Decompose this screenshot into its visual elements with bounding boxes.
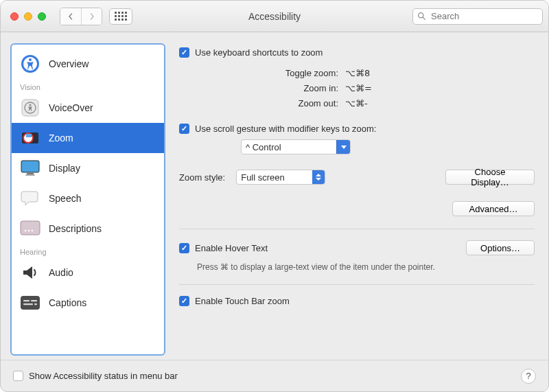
shortcut-list: Toggle zoom:⌥⌘8 Zoom in:⌥⌘= Zoom out:⌥⌘-: [179, 66, 535, 111]
search-field[interactable]: [412, 8, 543, 25]
modifier-key-popup[interactable]: ^ Control: [241, 139, 351, 154]
svg-line-1: [423, 17, 425, 19]
overview-icon: [20, 54, 40, 74]
touchbar-zoom-label: Enable Touch Bar zoom: [195, 296, 290, 306]
hover-hint: Press ⌘ to display a large-text view of …: [197, 262, 535, 272]
grid-icon: [115, 12, 127, 21]
svg-rect-16: [21, 221, 40, 235]
zoom-icon: [20, 128, 40, 148]
status-menubar-label: Show Accessibility status in menu bar: [29, 371, 178, 381]
choose-display-button[interactable]: Choose Display…: [445, 170, 535, 185]
sidebar-item-label: Captions: [49, 297, 86, 308]
sidebar-item-zoom[interactable]: Zoom: [12, 123, 164, 153]
content-pane: Use keyboard shortcuts to zoom Toggle zo…: [175, 43, 539, 356]
hover-text-label: Enable Hover Text: [195, 243, 268, 253]
sidebar-group-hearing: Hearing: [12, 244, 164, 257]
sidebar-item-label: Speech: [49, 193, 81, 204]
zoom-style-popup[interactable]: Full screen: [236, 170, 325, 185]
svg-point-7: [30, 104, 32, 106]
search-input[interactable]: [430, 10, 538, 22]
sidebar-item-label: Audio: [49, 267, 73, 278]
svg-rect-12: [21, 161, 39, 172]
captions-icon: [20, 292, 40, 313]
display-icon: [20, 158, 40, 178]
kb-shortcuts-checkbox[interactable]: [179, 47, 189, 58]
sidebar-item-captions[interactable]: Captions: [12, 288, 164, 318]
sidebar-item-voiceover[interactable]: VoiceOver: [12, 93, 164, 123]
svg-rect-14: [27, 173, 34, 174]
stepper-icon: [312, 170, 325, 184]
search-icon: [417, 12, 426, 21]
zoom-style-value: Full screen: [241, 172, 285, 183]
sidebar-item-display[interactable]: Display: [12, 153, 164, 183]
audio-icon: [20, 262, 40, 283]
scroll-gesture-checkbox[interactable]: [179, 124, 189, 134]
advanced-button[interactable]: Advanced…: [452, 201, 535, 216]
svg-rect-11: [26, 134, 32, 137]
scroll-gesture-label: Use scroll gesture with modifier keys to…: [195, 124, 376, 134]
voiceover-icon: [20, 97, 40, 118]
svg-rect-15: [25, 174, 35, 176]
zoom-out-label: Zoom out:: [179, 96, 338, 111]
sidebar-item-descriptions[interactable]: Descriptions: [12, 214, 164, 244]
back-button[interactable]: [60, 8, 81, 25]
divider: [179, 284, 535, 285]
forward-button[interactable]: [81, 8, 102, 25]
zoom-window[interactable]: [38, 12, 46, 21]
hover-text-checkbox[interactable]: [179, 243, 189, 253]
svg-point-17: [25, 230, 27, 232]
sidebar-item-overview[interactable]: Overview: [12, 49, 164, 79]
divider: [179, 229, 535, 229]
title-bar: Accessibility: [1, 1, 548, 32]
svg-rect-23: [23, 303, 33, 305]
sidebar-group-vision: Vision: [12, 79, 164, 93]
descriptions-icon: [20, 218, 40, 239]
show-all-button[interactable]: [109, 8, 132, 25]
sidebar-item-speech[interactable]: Speech: [12, 183, 164, 214]
close-window[interactable]: [10, 12, 19, 21]
svg-rect-22: [31, 300, 37, 301]
svg-point-18: [28, 230, 30, 232]
hover-options-button[interactable]: Options…: [466, 240, 535, 255]
zoom-in-keys: ⌥⌘=: [345, 81, 372, 96]
sidebar-item-label: VoiceOver: [49, 102, 93, 113]
toggle-zoom-keys: ⌥⌘8: [345, 66, 370, 81]
svg-rect-20: [21, 296, 40, 310]
sidebar: Overview Vision VoiceOver Zoom Display: [10, 43, 165, 356]
nav-back-forward: [60, 8, 102, 25]
kb-shortcuts-label: Use keyboard shortcuts to zoom: [195, 47, 323, 58]
sidebar-item-label: Overview: [49, 58, 89, 69]
touchbar-zoom-checkbox[interactable]: [179, 296, 189, 306]
footer: Show Accessibility status in menu bar ?: [1, 360, 548, 391]
speech-icon: [20, 188, 40, 209]
sidebar-item-label: Descriptions: [49, 223, 102, 234]
modifier-key-value: ^ Control: [246, 142, 281, 152]
sidebar-item-label: Zoom: [49, 132, 73, 143]
zoom-style-label: Zoom style:: [179, 172, 225, 183]
zoom-in-label: Zoom in:: [179, 81, 338, 96]
svg-point-4: [29, 58, 32, 61]
svg-rect-24: [34, 303, 37, 305]
sidebar-item-label: Display: [49, 163, 80, 174]
svg-rect-21: [23, 300, 30, 301]
status-menubar-checkbox[interactable]: [13, 371, 23, 381]
sidebar-item-audio[interactable]: Audio: [12, 257, 164, 288]
window-controls: [10, 12, 46, 21]
svg-point-19: [32, 230, 34, 232]
help-button[interactable]: ?: [521, 369, 536, 384]
toggle-zoom-label: Toggle zoom:: [179, 66, 338, 81]
chevron-down-icon: [336, 140, 350, 154]
zoom-out-keys: ⌥⌘-: [345, 96, 368, 111]
minimize-window[interactable]: [24, 12, 32, 21]
